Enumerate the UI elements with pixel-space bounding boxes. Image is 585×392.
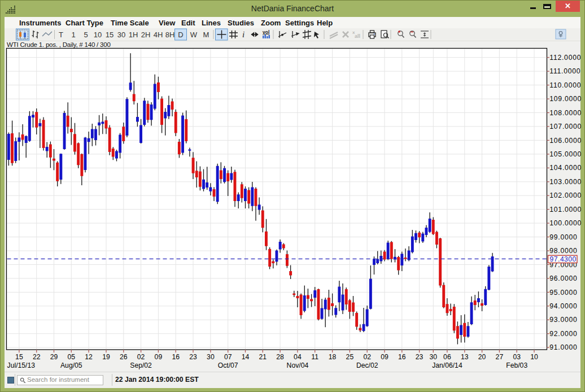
svg-text:105.0000: 105.0000 <box>549 150 582 158</box>
svg-text:Oct/07: Oct/07 <box>218 361 238 369</box>
svg-text:09: 09 <box>381 353 388 361</box>
svg-text:94.0000: 94.0000 <box>549 302 577 310</box>
svg-text:22: 22 <box>33 353 41 361</box>
svg-text:20: 20 <box>478 353 486 361</box>
svg-text:23: 23 <box>189 353 197 361</box>
svg-text:91.0000: 91.0000 <box>549 343 577 351</box>
svg-text:07: 07 <box>224 353 232 361</box>
svg-text:107.0000: 107.0000 <box>549 123 582 130</box>
svg-text:02: 02 <box>137 353 145 361</box>
svg-text:30: 30 <box>430 353 438 361</box>
svg-text:26: 26 <box>120 353 128 361</box>
svg-text:03: 03 <box>513 353 521 361</box>
svg-text:09: 09 <box>155 353 163 361</box>
svg-text:Feb/03: Feb/03 <box>506 361 527 369</box>
svg-text:112.0000: 112.0000 <box>549 54 581 62</box>
svg-text:30: 30 <box>207 353 215 361</box>
svg-text:25: 25 <box>346 353 354 361</box>
svg-text:96.0000: 96.0000 <box>549 275 577 282</box>
svg-text:02: 02 <box>363 353 371 361</box>
svg-text:11: 11 <box>311 353 318 361</box>
svg-text:99.0000: 99.0000 <box>549 233 577 241</box>
svg-text:27: 27 <box>496 353 504 361</box>
svg-text:Sep/02: Sep/02 <box>130 361 152 369</box>
svg-text:93.0000: 93.0000 <box>549 316 577 324</box>
svg-text:23: 23 <box>416 353 424 361</box>
svg-text:16: 16 <box>398 353 406 361</box>
svg-text:98.0000: 98.0000 <box>549 247 577 255</box>
svg-text:110.0000: 110.0000 <box>549 81 581 89</box>
svg-text:15: 15 <box>15 353 23 361</box>
svg-text:14: 14 <box>242 353 250 361</box>
svg-text:95.0000: 95.0000 <box>549 289 577 297</box>
svg-text:104.0000: 104.0000 <box>549 164 582 172</box>
svg-text:Jan/06/14: Jan/06/14 <box>432 361 462 369</box>
svg-text:106.0000: 106.0000 <box>549 137 582 145</box>
svg-text:97.4300: 97.4300 <box>550 255 577 263</box>
svg-text:13: 13 <box>461 353 469 361</box>
svg-text:16: 16 <box>172 353 180 361</box>
svg-text:92.0000: 92.0000 <box>549 330 577 338</box>
svg-text:28: 28 <box>276 353 284 361</box>
svg-text:12: 12 <box>85 353 93 361</box>
svg-text:Nov/04: Nov/04 <box>287 361 309 369</box>
svg-text:103.0000: 103.0000 <box>549 178 582 186</box>
svg-text:Jul/15/13: Jul/15/13 <box>7 361 36 369</box>
svg-text:06: 06 <box>443 353 451 361</box>
svg-text:05: 05 <box>68 353 76 361</box>
svg-text:Aug/05: Aug/05 <box>60 361 82 369</box>
svg-text:04: 04 <box>294 353 302 361</box>
svg-text:101.0000: 101.0000 <box>549 206 582 214</box>
svg-text:18: 18 <box>329 353 337 361</box>
svg-text:Dec/02: Dec/02 <box>356 361 378 369</box>
svg-text:19: 19 <box>102 353 110 361</box>
svg-text:29: 29 <box>50 353 58 361</box>
svg-text:10: 10 <box>530 353 538 361</box>
svg-text:108.0000: 108.0000 <box>549 109 582 117</box>
svg-text:111.0000: 111.0000 <box>549 67 580 75</box>
svg-text:21: 21 <box>259 353 267 361</box>
svg-text:100.0000: 100.0000 <box>549 219 582 227</box>
svg-text:109.0000: 109.0000 <box>549 95 582 103</box>
svg-text:102.0000: 102.0000 <box>549 191 582 199</box>
